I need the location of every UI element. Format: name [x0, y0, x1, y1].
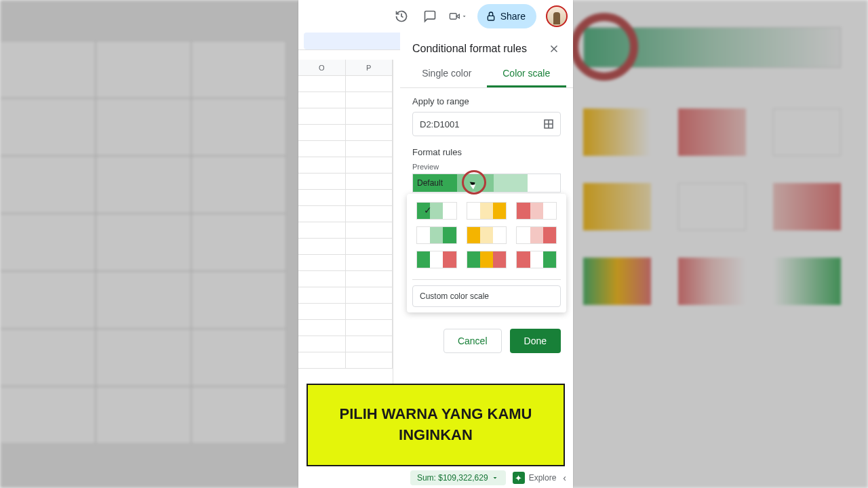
chevron-left-icon[interactable]: ‹ [563, 472, 566, 483]
svg-rect-0 [450, 14, 456, 19]
column-header[interactable]: O [298, 60, 346, 75]
color-scale-option[interactable] [516, 226, 557, 244]
apply-range-label: Apply to range [412, 96, 561, 106]
sum-chip[interactable]: Sum: $109,322,629 [410, 470, 506, 485]
color-scale-option[interactable] [516, 202, 557, 220]
meet-icon[interactable] [449, 7, 468, 26]
color-scale-option[interactable] [416, 251, 457, 268]
color-scale-option[interactable] [467, 226, 507, 244]
close-icon[interactable] [547, 42, 561, 56]
cursor-icon [470, 180, 477, 188]
svg-rect-2 [488, 16, 494, 20]
color-scale-dropdown: ✓ Custom color scale [407, 194, 566, 312]
color-scale-option[interactable] [516, 251, 557, 268]
app-viewport: Share O P Conditional format rul [298, 0, 573, 488]
column-header[interactable]: P [346, 60, 393, 75]
explore-button[interactable]: ✦ Explore [513, 472, 557, 484]
tabs: Single color Color scale [400, 61, 573, 88]
share-button[interactable]: Share [477, 4, 536, 28]
share-label: Share [500, 11, 526, 22]
comment-icon[interactable] [420, 7, 439, 26]
history-icon[interactable] [392, 7, 411, 26]
explore-label: Explore [529, 473, 557, 483]
color-scale-option[interactable] [467, 202, 507, 220]
panel-title: Conditional format rules [412, 43, 527, 55]
explore-icon: ✦ [513, 472, 525, 484]
sum-value: Sum: $109,322,629 [417, 473, 488, 483]
caption-overlay: PILIH WARNA YANG KAMU INGINKAN [307, 384, 565, 466]
preview-text: Default [417, 178, 443, 188]
divider [412, 279, 561, 280]
tab-single-color[interactable]: Single color [407, 61, 487, 87]
preview-label: Preview [400, 163, 573, 171]
preview-dropdown[interactable]: Default [412, 174, 561, 192]
color-scale-option[interactable] [416, 226, 457, 244]
done-button[interactable]: Done [510, 329, 561, 353]
top-toolbar: Share [298, 0, 573, 33]
color-scale-option[interactable]: ✓ [416, 202, 457, 220]
range-value: D2:D1001 [420, 119, 542, 129]
custom-color-scale-button[interactable]: Custom color scale [412, 285, 561, 307]
avatar[interactable] [546, 5, 568, 27]
range-input[interactable]: D2:D1001 [412, 112, 561, 136]
format-rules-label: Format rules [412, 147, 561, 157]
spreadsheet-grid: O P [298, 60, 393, 385]
grid-icon[interactable] [542, 118, 555, 130]
color-scale-option[interactable] [467, 251, 507, 268]
cancel-button[interactable]: Cancel [443, 329, 502, 353]
status-bar: Sum: $109,322,629 ✦ Explore ‹ [298, 468, 573, 488]
check-icon: ✓ [424, 205, 432, 216]
tab-color-scale[interactable]: Color scale [487, 61, 567, 87]
